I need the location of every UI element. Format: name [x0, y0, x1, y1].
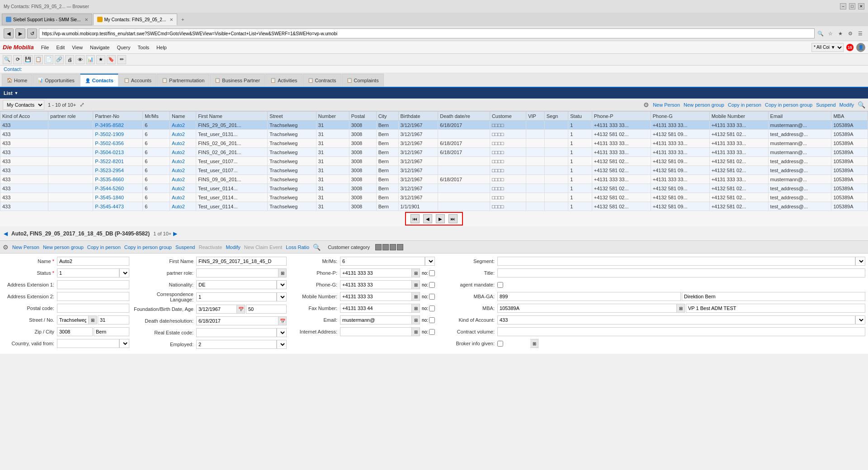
- table-row[interactable]: 433P-3502-63566Auto2FINS_02_06_201...Tra…: [0, 139, 868, 148]
- zip-input[interactable]: [57, 327, 93, 336]
- phone-p-pick-btn[interactable]: ⊞: [412, 268, 420, 277]
- partner-no-link[interactable]: P-3504-0213: [95, 150, 124, 155]
- country-select[interactable]: ▼: [119, 339, 129, 348]
- partner-role-pick-btn[interactable]: ⊞: [278, 268, 287, 277]
- segment-select[interactable]: ▼: [855, 257, 865, 266]
- detail-suspend-btn[interactable]: Suspend: [175, 244, 195, 250]
- copy-in-person-btn[interactable]: Copy in person: [728, 102, 761, 108]
- mba-name-input[interactable]: [686, 304, 865, 313]
- partner-no-link[interactable]: P-3495-8582: [95, 122, 124, 128]
- mrms-input[interactable]: [340, 257, 425, 266]
- email-no-check[interactable]: [429, 317, 435, 323]
- detail-gear-icon[interactable]: ⚙: [3, 244, 9, 251]
- name-link[interactable]: Auto2: [172, 141, 185, 146]
- corr-lang-select[interactable]: ▼: [277, 292, 287, 301]
- star2-icon[interactable]: ★: [836, 29, 844, 38]
- mrms-select[interactable]: ▼: [425, 257, 435, 266]
- status-select[interactable]: ▼: [119, 268, 129, 277]
- partner-no-link[interactable]: P-3545-4473: [95, 204, 124, 209]
- tab-accounts[interactable]: 📋 Accounts: [119, 74, 156, 86]
- segment-input[interactable]: [497, 257, 855, 266]
- first-page-btn[interactable]: ⏮: [410, 214, 420, 223]
- fax-pick-btn[interactable]: ⊞: [412, 304, 420, 313]
- menu-icon[interactable]: ☰: [856, 29, 864, 38]
- notification-badge[interactable]: 15: [846, 44, 854, 51]
- agent-mandate-check[interactable]: [497, 282, 503, 288]
- toolbar-print-btn[interactable]: 🖨: [65, 55, 74, 64]
- breadcrumb[interactable]: Contact:: [0, 66, 868, 73]
- partner-no-link[interactable]: P-3523-2954: [95, 168, 124, 173]
- next-page-btn[interactable]: ▶: [436, 214, 445, 223]
- table-row[interactable]: 433P-3502-19096Auto2Test_user_0131...Tra…: [0, 130, 868, 139]
- nationality-input[interactable]: [196, 280, 277, 289]
- browser-tab-1[interactable]: Siebel Support Links - SMM Sie... ✕: [2, 14, 92, 25]
- restore-btn[interactable]: □: [849, 3, 855, 9]
- tab-close-1[interactable]: ✕: [85, 17, 88, 22]
- employed-input[interactable]: [196, 340, 277, 349]
- toolbar-paste-btn[interactable]: 📄: [44, 55, 53, 64]
- street-input[interactable]: [57, 315, 89, 324]
- table-row[interactable]: 433P-3495-85826Auto2FINS_29_05_201...Tra…: [0, 121, 868, 130]
- detail-copy-in-person-btn[interactable]: Copy in person: [87, 244, 121, 250]
- toolbar-refresh-btn[interactable]: ⟳: [13, 55, 22, 64]
- star-icon[interactable]: ☆: [826, 29, 835, 38]
- tab-opportunities[interactable]: 📊 Opportunities: [33, 74, 79, 86]
- tab-contracts[interactable]: 📋 Contracts: [303, 74, 341, 86]
- mba-input[interactable]: [497, 304, 677, 313]
- detail-next-btn[interactable]: ▶: [173, 230, 177, 237]
- menu-file[interactable]: File: [38, 44, 53, 51]
- table-row[interactable]: 433P-3523-29546Auto2Test_user_0107...Tra…: [0, 166, 868, 175]
- street-no-input[interactable]: [98, 315, 129, 324]
- mobile-input[interactable]: [340, 292, 412, 301]
- tab-activities[interactable]: 📋 Activities: [265, 74, 302, 86]
- table-row[interactable]: 433P-3504-02136Auto2FINS_02_06_201...Tra…: [0, 148, 868, 157]
- nationality-select[interactable]: ▼: [277, 280, 287, 289]
- phone-g-input[interactable]: [340, 280, 412, 289]
- detail-copy-in-person-group-btn[interactable]: Copy in person group: [124, 244, 172, 250]
- mba-ga-name-input[interactable]: [682, 292, 865, 301]
- employed-select[interactable]: ▼: [277, 340, 287, 349]
- detail-modify-btn[interactable]: Modify: [226, 244, 240, 250]
- phone-p-input[interactable]: [340, 268, 412, 277]
- browser-tab-2[interactable]: My Contacts: FINS_29_05_2... ✕: [93, 14, 178, 25]
- street-pick-btn[interactable]: ⊞: [89, 315, 97, 324]
- user-avatar[interactable]: 👤: [856, 43, 865, 52]
- toolbar-edit-btn[interactable]: ✏: [117, 55, 126, 64]
- internet-input[interactable]: [340, 327, 412, 336]
- new-person-group-btn[interactable]: New person group: [684, 102, 724, 108]
- settings-icon[interactable]: ⚙: [846, 29, 854, 38]
- partner-no-link[interactable]: P-3502-1909: [95, 132, 124, 137]
- search-icon[interactable]: 🔍: [816, 29, 825, 38]
- partner-role-input[interactable]: [196, 268, 278, 277]
- phone-p-no-check[interactable]: [429, 270, 435, 276]
- birth-date-input[interactable]: [196, 305, 237, 314]
- back-btn[interactable]: ◀: [4, 28, 14, 38]
- toolbar-chart-btn[interactable]: 📊: [86, 55, 95, 64]
- mba-ga-input[interactable]: [497, 292, 681, 301]
- detail-loss-ratio-btn[interactable]: Loss Ratio: [286, 244, 309, 250]
- name-link[interactable]: Auto2: [172, 132, 185, 137]
- menu-tools[interactable]: Tools: [134, 44, 153, 51]
- contract-volume-input[interactable]: [497, 327, 865, 336]
- prev-page-btn[interactable]: ◀: [423, 214, 432, 223]
- tab-complaints[interactable]: 📋 Complaints: [342, 74, 384, 86]
- toolbar-chain-btn[interactable]: 🔗: [55, 55, 64, 64]
- name-link[interactable]: Auto2: [172, 186, 185, 191]
- first-name-input[interactable]: [196, 257, 287, 266]
- tab-contacts[interactable]: 👤 Contacts: [80, 74, 118, 86]
- new-person-btn[interactable]: New Person: [653, 102, 680, 108]
- fax-input[interactable]: [340, 304, 412, 313]
- status-input[interactable]: [57, 268, 119, 277]
- address-input[interactable]: [39, 28, 815, 38]
- real-estate-select[interactable]: ▼: [277, 328, 287, 337]
- toolbar-save-btn[interactable]: 💾: [24, 55, 33, 64]
- name-link[interactable]: Auto2: [172, 168, 185, 173]
- broker-info-pick-btn[interactable]: ⊞: [530, 339, 538, 348]
- title-input[interactable]: [497, 268, 865, 277]
- menu-navigate[interactable]: Navigate: [86, 44, 113, 51]
- toolbar-star-btn[interactable]: ★: [96, 55, 105, 64]
- phone-g-no-check[interactable]: [429, 282, 435, 288]
- internet-no-check[interactable]: [429, 329, 435, 335]
- detail-new-person-btn[interactable]: New Person: [12, 244, 39, 250]
- search-icon[interactable]: 🔍: [858, 101, 865, 108]
